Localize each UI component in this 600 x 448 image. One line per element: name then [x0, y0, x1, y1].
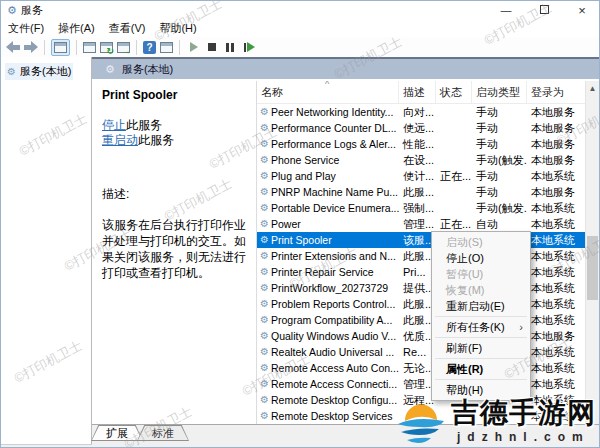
service-action-suffix: 此服务 [126, 118, 162, 132]
service-gear-icon: ⚙ [257, 107, 271, 117]
service-logon-as: 本地系统 [527, 281, 581, 296]
tab-标准[interactable]: 标准 [137, 425, 189, 441]
service-name: Remote Access Connecti... [271, 378, 399, 390]
service-gear-icon: ⚙ [257, 315, 271, 325]
console-tree-panel: ⚙ 服务(本地) [1, 57, 92, 444]
maximize-icon [540, 5, 549, 14]
table-row[interactable]: ⚙Performance Logs & Aler...性能...手动本地服务 [257, 136, 585, 152]
service-logon-as: 本地服务 [527, 153, 581, 168]
help-icon[interactable]: ? [143, 41, 156, 54]
table-row[interactable]: ⚙Remote Access Auto Con...无论...本地系统 [257, 360, 585, 376]
table-row[interactable]: ⚙Print Spooler该服...本地系统 [257, 232, 585, 248]
table-row[interactable]: ⚙PNRP Machine Name Pu...此服...手动本地服务 [257, 184, 585, 200]
panel-header-label: 服务(本地) [122, 62, 173, 77]
context-menu-item-restart[interactable]: 重新启动(E) [432, 298, 530, 314]
description-label: 描述: [102, 186, 248, 203]
vertical-scrollbar[interactable]: ▲ [585, 81, 599, 424]
table-row[interactable]: ⚙Phone Service在设...手动(触发...本地服务 [257, 152, 585, 168]
menu-item-1[interactable]: 操作(A) [51, 19, 102, 38]
column-header-0[interactable]: 名称^ [257, 81, 399, 103]
table-row[interactable]: ⚙Remote Access Connecti...管理...本地系统 [257, 376, 585, 392]
restart-service-icon[interactable] [244, 42, 255, 52]
action-pane-icon[interactable] [160, 42, 173, 53]
service-description: 使远... [399, 121, 436, 136]
menu-separator [435, 379, 527, 380]
service-gear-icon: ⚙ [257, 139, 271, 149]
menu-item-3[interactable]: 帮助(H) [152, 19, 203, 38]
start-service-icon[interactable] [190, 42, 198, 52]
table-row[interactable]: ⚙Peer Networking Identity...向对...手动本地服务 [257, 104, 585, 120]
service-startup-type: 手动 [472, 169, 527, 184]
table-row[interactable]: ⚙Problem Reports Control...此服...本地系统 [257, 296, 585, 312]
context-menu-item-start: 启动(S) [432, 234, 530, 250]
forward-icon[interactable] [24, 41, 38, 53]
service-gear-icon: ⚙ [257, 363, 271, 373]
service-name: Problem Reports Control... [271, 298, 399, 310]
service-description: 向对... [399, 105, 436, 120]
table-row[interactable]: ⚙Plug and Play使计...正在...手动本地系统 [257, 168, 585, 184]
services-app-icon: ⚙ [7, 5, 17, 16]
table-row[interactable]: ⚙Printer Extensions and N...此服...本地系统 [257, 248, 585, 264]
service-gear-icon: ⚙ [257, 331, 271, 341]
service-name: Remote Access Auto Con... [271, 362, 399, 374]
service-name: Phone Service [271, 154, 399, 166]
tab-label: 标准 [138, 426, 188, 440]
service-action-link[interactable]: 重启动 [102, 133, 138, 147]
column-header-1[interactable]: 描述 [399, 81, 436, 103]
service-action-link[interactable]: 停止 [102, 118, 126, 132]
service-gear-icon: ⚙ [257, 379, 271, 389]
service-gear-icon: ⚙ [257, 155, 271, 165]
show-console-tree-icon[interactable] [51, 39, 70, 56]
service-description: 强制... [399, 201, 436, 216]
column-header-2[interactable]: 状态 [436, 81, 472, 103]
stop-service-icon[interactable] [208, 43, 216, 51]
service-logon-as: 本地系统 [527, 233, 581, 248]
table-row[interactable]: ⚙Realtek Audio Universal ...Re...本地系统 [257, 344, 585, 360]
service-rows: ⚙Peer Networking Identity...向对...手动本地服务⚙… [257, 104, 585, 424]
table-row[interactable]: ⚙Program Compatibility A...此服...本地系统 [257, 312, 585, 328]
table-row[interactable]: ⚙PrintWorkflow_20273729提供...本地系统 [257, 280, 585, 296]
table-row[interactable]: ⚙Power管理...正在...自动本地系统 [257, 216, 585, 232]
service-logon-as: 本地系统 [527, 361, 581, 376]
context-menu-item-refresh[interactable]: 刷新(F) [432, 340, 530, 356]
services-window: ⚙ 服务 — × 文件(F)操作(A)查看(V)帮助(H) ? ⚙ 服务(本地) [0, 0, 600, 448]
refresh-icon[interactable] [100, 42, 113, 53]
properties-window-icon[interactable] [83, 42, 96, 53]
tree-item-services-local[interactable]: ⚙ 服务(本地) [5, 63, 73, 80]
service-gear-icon: ⚙ [257, 283, 271, 293]
table-row[interactable]: ⚙Portable Device Enumera...强制...手动(触发...… [257, 200, 585, 216]
close-button[interactable]: × [575, 4, 589, 17]
table-row[interactable]: ⚙Printer Repair ServicePri...本地系统 [257, 264, 585, 280]
context-menu-item-resume: 恢复(M) [432, 282, 530, 298]
gear-icon: ⚙ [7, 67, 16, 77]
service-name: Quality Windows Audio V... [271, 330, 399, 342]
service-name: Performance Counter DL... [271, 122, 399, 134]
scroll-up-icon[interactable]: ▲ [586, 81, 599, 95]
context-menu-item-stop[interactable]: 停止(O) [432, 250, 530, 266]
scrollbar-thumb[interactable] [587, 236, 598, 300]
table-row[interactable]: ⚙Quality Windows Audio V...优质...本地服务 [257, 328, 585, 344]
back-icon[interactable] [6, 41, 20, 53]
sort-ascending-icon: ^ [325, 81, 329, 89]
column-header-3[interactable]: 启动类型 [472, 81, 527, 103]
table-row[interactable]: ⚙Performance Counter DL...使远...手动本地服务 [257, 120, 585, 136]
column-header-4[interactable]: 登录为 [527, 81, 581, 103]
service-startup-type: 手动(触发... [472, 153, 527, 168]
service-gear-icon: ⚙ [257, 395, 271, 405]
context-menu-item-properties[interactable]: 属性(R) [432, 361, 530, 377]
maximize-button[interactable] [537, 5, 551, 16]
export-list-icon[interactable] [117, 42, 130, 53]
menu-item-2[interactable]: 查看(V) [102, 19, 153, 38]
list-header: 名称^描述状态启动类型登录为 [257, 81, 585, 104]
service-startup-type: 手动 [472, 185, 527, 200]
pause-service-icon[interactable] [226, 43, 234, 52]
tab-扩展[interactable]: 扩展 [91, 425, 143, 441]
service-description-text: 该服务在后台执行打印作业并处理与打印机的交互。如果关闭该服务，则无法进行打印或查… [102, 217, 254, 281]
menu-item-0[interactable]: 文件(F) [1, 19, 51, 38]
context-menu-item-help[interactable]: 帮助(H) [432, 382, 530, 398]
toolbar: ? [1, 37, 599, 58]
service-startup-type: 手动(触发... [472, 201, 527, 216]
minimize-button[interactable]: — [499, 5, 513, 16]
service-name: Power [271, 218, 399, 230]
context-menu-item-all-tasks[interactable]: 所有任务(K)› [432, 319, 530, 335]
